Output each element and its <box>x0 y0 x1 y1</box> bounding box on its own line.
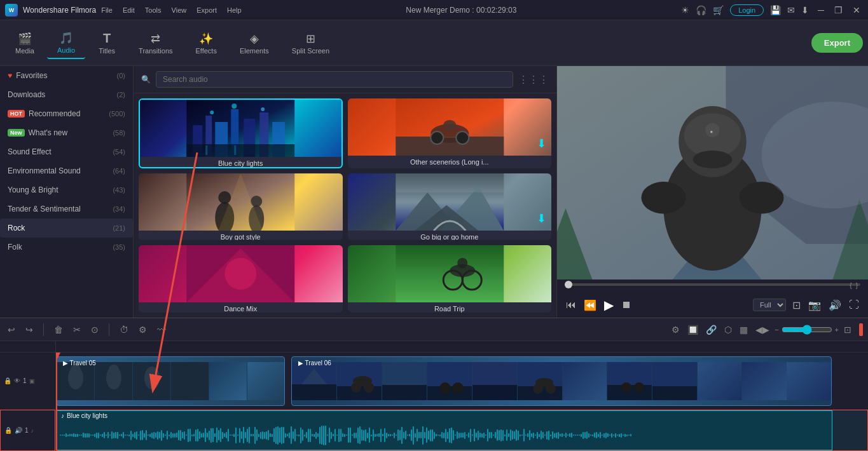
tab-titles[interactable]: T Titles <box>88 27 126 58</box>
menu-view[interactable]: View <box>172 6 187 14</box>
sidebar-item-youngbright[interactable]: Young & Bright (43) <box>0 180 133 199</box>
audio-thumb-road <box>348 245 552 302</box>
sidebar-item-environmentalsound[interactable]: Environmental Sound (64) <box>0 161 133 180</box>
menu-help[interactable]: Help <box>227 6 242 14</box>
wave-bar <box>69 434 71 436</box>
sidebar-item-rock[interactable]: Rock (21) <box>0 219 133 238</box>
wave-bar <box>569 433 570 437</box>
audio-card-dance[interactable]: Dance Mix <box>139 245 343 313</box>
brightness-icon[interactable]: ☀ <box>681 5 689 15</box>
silence-detect-button[interactable]: ◀▶ <box>753 323 772 336</box>
undo-button[interactable]: ↩ <box>5 323 18 336</box>
tab-splitscreen[interactable]: ⊞ Split Screen <box>282 28 340 58</box>
content-area: 🔍 ⋮⋮⋮ <box>134 66 556 318</box>
visible-icon[interactable]: 👁 <box>14 377 20 384</box>
skip-back-button[interactable]: ⏮ <box>565 298 577 312</box>
adjust-button[interactable]: ⚙ <box>136 323 149 336</box>
wave-bar <box>479 433 481 438</box>
save-icon[interactable]: 💾 <box>770 5 781 15</box>
copy-button[interactable]: ⊙ <box>88 323 101 336</box>
zoom-fit-button[interactable]: ⊡ <box>841 323 854 336</box>
marker-button[interactable]: ⬡ <box>722 323 734 336</box>
audio-lock-icon[interactable]: 🔒 <box>4 427 12 434</box>
tab-elements[interactable]: ◈ Elements <box>230 28 279 58</box>
menu-export[interactable]: Export <box>196 6 217 14</box>
menu-file[interactable]: File <box>101 6 113 14</box>
menu-tools[interactable]: Tools <box>145 6 162 14</box>
wave-bar <box>451 427 452 443</box>
zoom-slider[interactable] <box>782 325 832 335</box>
volume-button[interactable]: 🔊 <box>827 298 843 313</box>
grid-view-icon[interactable]: ⋮⋮⋮ <box>518 74 549 86</box>
stop-button[interactable]: ⏹ <box>620 298 633 312</box>
audio-card-road[interactable]: Road Trip <box>348 245 552 313</box>
snapshot-button[interactable]: 📷 <box>807 298 822 313</box>
audio-clip-blue-city[interactable]: ♪ Blue city lights <box>57 410 832 450</box>
tab-media[interactable]: 🎬 Media <box>5 28 45 58</box>
wave-bar <box>458 433 460 438</box>
download-icon[interactable]: ⬇ <box>801 5 809 15</box>
close-button[interactable]: ✕ <box>850 5 863 15</box>
audio-card-blue-city-lights[interactable]: Blue city lights <box>139 98 343 168</box>
tab-audio[interactable]: 🎵 Audio <box>47 27 85 59</box>
delete-button[interactable]: 🗑 <box>52 323 65 336</box>
play-button[interactable]: ▶ <box>603 296 615 314</box>
search-input[interactable] <box>156 71 513 88</box>
audio-title-other-scenerios: Other scenerios (Long i... <box>348 156 552 168</box>
redo-button[interactable]: ↪ <box>23 323 36 336</box>
frame-back-button[interactable]: ⏪ <box>582 298 598 313</box>
sidebar-tender-count: (34) <box>113 205 125 213</box>
export-button[interactable]: Export <box>811 33 863 53</box>
wave-bar <box>239 428 240 443</box>
progress-thumb[interactable] <box>565 281 572 288</box>
lock-icon[interactable]: 🔒 <box>4 377 11 384</box>
menu-edit[interactable]: Edit <box>123 6 135 14</box>
audio-card-boy-got-style[interactable]: Boy got style <box>139 173 343 241</box>
speed-button[interactable]: ⏱ <box>117 323 131 336</box>
fit-screen-button[interactable]: ⊡ <box>791 298 802 313</box>
tab-effects[interactable]: ✨ Effects <box>186 28 227 58</box>
wave-bar <box>212 428 214 442</box>
sidebar-item-downloads[interactable]: Downloads (2) <box>0 85 133 104</box>
sidebar-whatsnew-count: (58) <box>113 129 125 137</box>
minimize-button[interactable]: ─ <box>815 5 827 15</box>
headphone-icon[interactable]: 🎧 <box>696 5 706 15</box>
sidebar-item-folk[interactable]: Folk (35) <box>0 238 133 257</box>
tab-transitions[interactable]: ⇄ Transitions <box>128 28 183 58</box>
wave-bar <box>541 431 542 440</box>
sidebar-item-favorites[interactable]: ♥ Favorites (0) <box>0 66 133 85</box>
link-button[interactable]: 🔗 <box>703 323 719 336</box>
cut-button[interactable]: ✂ <box>71 323 83 336</box>
svg-rect-62 <box>171 362 209 400</box>
audio-card-other-scenerios[interactable]: ⬇ Other scenerios (Long i... <box>348 98 552 168</box>
playhead[interactable] <box>56 353 57 451</box>
snap-button[interactable]: 🔲 <box>685 323 701 336</box>
sidebar-item-recommended[interactable]: HOT Recommended (500) <box>0 104 133 123</box>
scene-detect-button[interactable]: ▦ <box>737 323 750 336</box>
svg-rect-89 <box>652 386 697 400</box>
sidebar-item-whatsnew[interactable]: New What's new (58) <box>0 123 133 142</box>
restore-button[interactable]: ❐ <box>832 5 845 15</box>
wave-bar <box>136 431 137 440</box>
sidebar-item-tender[interactable]: Tender & Sentimental (34) <box>0 199 133 219</box>
quality-select[interactable]: Full 1/2 1/4 <box>753 299 786 311</box>
wave-bar <box>582 432 584 439</box>
share-icon[interactable]: ✉ <box>787 5 795 15</box>
progress-bar[interactable]: { } 00:00:00:00 <box>565 283 860 286</box>
zoom-out-icon[interactable]: − <box>775 326 778 333</box>
wave-bar <box>443 433 444 438</box>
login-button[interactable]: Login <box>730 4 764 16</box>
cart-icon[interactable]: 🛒 <box>713 5 724 15</box>
zoom-settings-button[interactable]: ⚙ <box>669 323 682 336</box>
video-track: ▶ Travel 05 <box>56 353 868 410</box>
sidebar-item-soundeffect[interactable]: Sound Effect (54) <box>0 142 133 161</box>
zoom-in-icon[interactable]: + <box>835 326 839 333</box>
audio-wave-button[interactable]: 〰 <box>155 323 169 336</box>
wave-bar <box>508 433 509 437</box>
audio-vol-icon[interactable]: 🔊 <box>15 427 22 434</box>
audio-card-go-big[interactable]: ⬇ Go big or go home <box>348 173 552 241</box>
wave-bar <box>565 433 567 438</box>
video-clip-travel06[interactable]: ▶ Travel 06 <box>291 356 832 406</box>
fullscreen-button[interactable]: ⛶ <box>848 298 860 312</box>
video-clip-travel05[interactable]: ▶ Travel 05 <box>56 356 285 406</box>
